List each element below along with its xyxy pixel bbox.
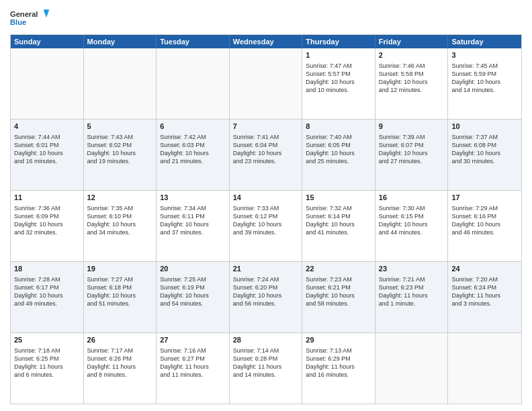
calendar-cell: 22Sunrise: 7:23 AMSunset: 6:21 PMDayligh…: [302, 262, 375, 332]
calendar-cell: [448, 333, 521, 404]
day-number: 18: [14, 264, 80, 274]
day-info: and 49 minutes.: [14, 300, 57, 307]
day-number: 20: [160, 264, 226, 274]
day-info: Daylight: 10 hours: [379, 221, 428, 228]
day-number: 13: [160, 193, 226, 203]
calendar-cell: 10Sunrise: 7:37 AMSunset: 6:08 PMDayligh…: [448, 120, 521, 190]
day-info: Sunrise: 7:24 AM: [233, 276, 279, 283]
calendar-cell: 19Sunrise: 7:27 AMSunset: 6:18 PMDayligh…: [84, 262, 157, 332]
day-info: and 54 minutes.: [160, 300, 203, 307]
day-info: Daylight: 10 hours: [306, 150, 355, 156]
day-number: 5: [87, 122, 153, 132]
day-info: and 41 minutes.: [306, 229, 349, 236]
day-info: Sunrise: 7:33 AM: [233, 205, 279, 212]
day-info: Sunrise: 7:27 AM: [87, 276, 134, 283]
day-info: Sunrise: 7:44 AM: [14, 134, 60, 140]
day-info: and 51 minutes.: [87, 300, 130, 307]
calendar-cell: 16Sunrise: 7:30 AMSunset: 6:15 PMDayligh…: [375, 191, 449, 261]
day-number: 11: [14, 193, 80, 203]
day-info: and 30 minutes.: [451, 158, 494, 165]
day-info: Sunrise: 7:42 AM: [160, 134, 206, 140]
day-info: Sunset: 6:16 PM: [451, 213, 496, 220]
calendar-header: SundayMondayTuesdayWednesdayThursdayFrid…: [11, 35, 521, 48]
day-info: Daylight: 10 hours: [87, 292, 136, 299]
day-info: and 23 minutes.: [233, 158, 276, 165]
day-number: 19: [87, 264, 153, 274]
day-info: Daylight: 10 hours: [306, 79, 355, 85]
day-info: Sunrise: 7:46 AM: [379, 62, 425, 69]
day-info: Daylight: 11 hours: [14, 363, 63, 370]
day-info: and 14 minutes.: [451, 87, 494, 93]
day-number: 21: [233, 264, 299, 274]
day-info: Daylight: 11 hours: [87, 363, 136, 370]
calendar-cell: 18Sunrise: 7:28 AMSunset: 6:17 PMDayligh…: [11, 262, 84, 332]
day-info: Daylight: 10 hours: [87, 150, 136, 156]
calendar-cell: 28Sunrise: 7:14 AMSunset: 6:28 PMDayligh…: [230, 333, 303, 404]
day-number: 27: [160, 335, 226, 345]
day-info: Daylight: 11 hours: [379, 292, 428, 299]
day-info: Daylight: 10 hours: [451, 79, 500, 85]
day-info: Sunset: 6:02 PM: [87, 142, 132, 148]
calendar-body: 1Sunrise: 7:47 AMSunset: 5:57 PMDaylight…: [11, 48, 521, 404]
calendar-cell: [230, 48, 303, 119]
calendar-cell: 14Sunrise: 7:33 AMSunset: 6:12 PMDayligh…: [230, 191, 303, 261]
day-info: and 56 minutes.: [233, 300, 276, 307]
day-info: Sunrise: 7:32 AM: [306, 205, 352, 212]
day-info: Sunset: 6:25 PM: [14, 355, 59, 362]
day-info: Sunrise: 7:39 AM: [379, 134, 425, 140]
day-info: Daylight: 10 hours: [451, 221, 500, 228]
day-number: 26: [87, 335, 153, 345]
day-info: Sunrise: 7:28 AM: [14, 276, 60, 283]
day-number: 2: [379, 50, 445, 60]
day-number: 15: [306, 193, 371, 203]
day-info: Sunset: 6:10 PM: [87, 213, 132, 220]
day-info: Daylight: 11 hours: [160, 363, 209, 370]
day-info: Daylight: 10 hours: [306, 221, 355, 228]
day-info: Sunrise: 7:30 AM: [379, 205, 425, 212]
calendar-cell: 13Sunrise: 7:34 AMSunset: 6:11 PMDayligh…: [157, 191, 230, 261]
day-info: Sunset: 6:24 PM: [451, 284, 496, 291]
calendar-cell: 25Sunrise: 7:18 AMSunset: 6:25 PMDayligh…: [11, 333, 84, 404]
day-info: Sunset: 6:14 PM: [306, 213, 351, 220]
day-info: Daylight: 10 hours: [233, 221, 282, 228]
day-info: Sunset: 6:01 PM: [14, 142, 59, 148]
day-info: Daylight: 10 hours: [306, 292, 355, 299]
week-row-4: 18Sunrise: 7:28 AMSunset: 6:17 PMDayligh…: [11, 262, 521, 333]
day-number: 3: [451, 50, 518, 60]
day-info: and 1 minute.: [379, 300, 416, 307]
day-info: and 58 minutes.: [306, 300, 349, 307]
day-info: Sunset: 6:03 PM: [160, 142, 205, 148]
week-row-3: 11Sunrise: 7:36 AMSunset: 6:09 PMDayligh…: [11, 191, 521, 262]
day-info: Sunrise: 7:25 AM: [160, 276, 206, 283]
day-number: 24: [451, 264, 518, 274]
day-info: Daylight: 10 hours: [160, 221, 209, 228]
day-info: Daylight: 10 hours: [87, 221, 136, 228]
svg-marker-2: [44, 9, 50, 17]
calendar-cell: 11Sunrise: 7:36 AMSunset: 6:09 PMDayligh…: [11, 191, 84, 261]
day-number: 6: [160, 122, 226, 132]
day-info: and 8 minutes.: [87, 371, 127, 378]
day-info: and 34 minutes.: [87, 229, 130, 236]
day-info: Sunset: 6:18 PM: [87, 284, 132, 291]
day-info: Sunrise: 7:18 AM: [14, 347, 60, 354]
day-info: Sunrise: 7:34 AM: [160, 205, 206, 212]
day-info: Sunrise: 7:13 AM: [306, 347, 352, 354]
day-info: Sunrise: 7:17 AM: [87, 347, 134, 354]
day-info: Sunset: 6:04 PM: [233, 142, 278, 148]
day-number: 10: [451, 122, 518, 132]
day-info: Daylight: 10 hours: [233, 150, 282, 156]
calendar-cell: 27Sunrise: 7:16 AMSunset: 6:27 PMDayligh…: [157, 333, 230, 404]
logo-svg: General Blue: [10, 7, 50, 30]
day-info: Daylight: 10 hours: [379, 79, 428, 85]
day-number: 22: [306, 264, 371, 274]
day-info: and 12 minutes.: [379, 87, 422, 93]
calendar-cell: 12Sunrise: 7:35 AMSunset: 6:10 PMDayligh…: [84, 191, 157, 261]
header-cell-sunday: Sunday: [11, 35, 84, 48]
calendar-cell: 8Sunrise: 7:40 AMSunset: 6:05 PMDaylight…: [302, 120, 375, 190]
day-info: and 46 minutes.: [451, 229, 494, 236]
day-info: and 16 minutes.: [14, 158, 57, 165]
day-info: Daylight: 10 hours: [379, 150, 428, 156]
day-info: and 25 minutes.: [306, 158, 349, 165]
calendar-cell: 7Sunrise: 7:41 AMSunset: 6:04 PMDaylight…: [230, 120, 303, 190]
day-info: Sunrise: 7:36 AM: [14, 205, 60, 212]
